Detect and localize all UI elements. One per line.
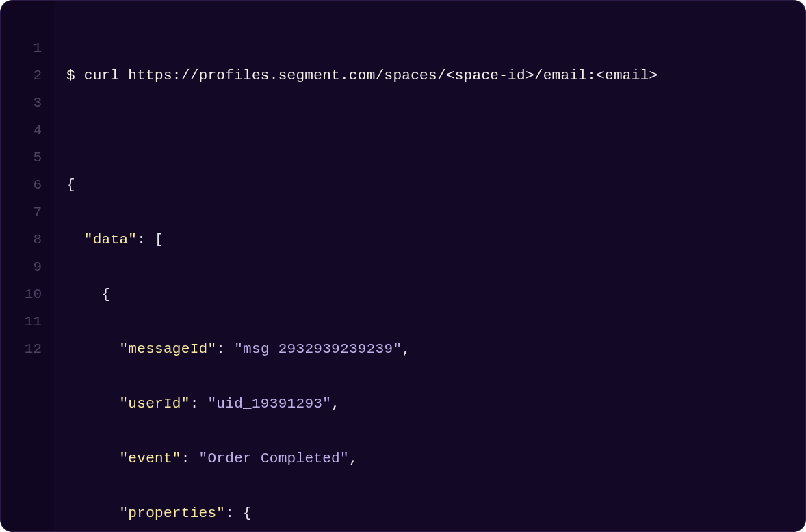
brace-open: { [102, 287, 111, 302]
code-line: "userId": "uid_19391293", [66, 390, 805, 418]
line-number: 2 [1, 62, 42, 90]
line-number: 4 [1, 117, 42, 144]
code-content[interactable]: $ curl https://profiles.segment.com/spac… [54, 1, 805, 531]
code-line [66, 117, 805, 144]
punct: : { [225, 505, 252, 521]
json-value-userId: "uid_19391293" [207, 396, 331, 412]
line-number: 5 [1, 144, 42, 172]
line-number: 1 [1, 35, 42, 62]
code-line: "messageId": "msg_2932939239239", [66, 336, 805, 363]
json-value-messageId: "msg_2932939239239" [234, 341, 402, 357]
line-number-gutter: 1 2 3 4 5 6 7 8 9 10 11 12 [1, 1, 54, 531]
punct: : [ [137, 232, 164, 248]
json-key-data: "data" [84, 232, 137, 248]
punct: : [216, 341, 234, 357]
curl-command: $ curl https://profiles.segment.com/spac… [66, 68, 658, 83]
code-line: $ curl https://profiles.segment.com/spac… [66, 62, 805, 90]
line-number: 8 [1, 226, 42, 254]
line-number: 6 [1, 172, 42, 199]
brace-open: { [66, 177, 75, 193]
code-line: "event": "Order Completed", [66, 445, 805, 473]
json-key-properties: "properties" [119, 505, 225, 521]
line-number: 3 [1, 90, 42, 117]
punct: : [190, 396, 208, 412]
line-number: 7 [1, 199, 42, 226]
line-number: 12 [1, 336, 42, 363]
line-number: 9 [1, 254, 42, 281]
code-line: "data": [ [66, 226, 805, 254]
code-window: 1 2 3 4 5 6 7 8 9 10 11 12 $ curl https:… [0, 0, 806, 532]
punct: , [331, 396, 340, 412]
punct: : [181, 451, 199, 466]
code-line: { [66, 172, 805, 199]
code-line: { [66, 281, 805, 308]
line-number: 10 [1, 281, 42, 308]
punct: , [402, 341, 411, 357]
json-key-event: "event" [119, 451, 181, 466]
punct: , [349, 451, 358, 466]
line-number: 11 [1, 308, 42, 336]
json-value-event: "Order Completed" [199, 451, 349, 466]
code-line: "properties": { [66, 500, 805, 527]
json-key-userId: "userId" [119, 396, 190, 412]
json-key-messageId: "messageId" [119, 341, 216, 357]
